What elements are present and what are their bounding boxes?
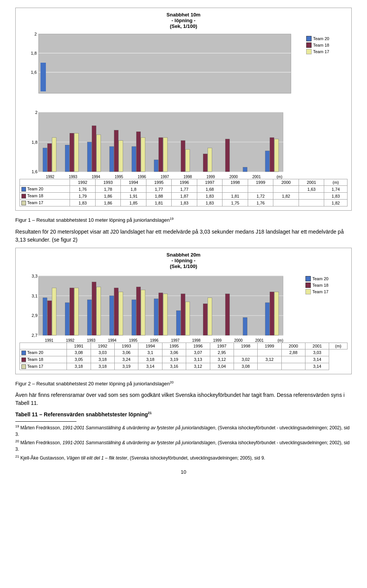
svg-rect-76 [208,297,212,335]
table-cell: 2,95 [210,349,234,356]
svg-rect-32 [52,138,56,172]
svg-rect-17 [110,146,114,172]
chart2-title: Snabbhet 20m - löpning - (Sek, 1/100) [19,252,348,269]
table-cell: 3,12 [210,356,234,363]
table-row: Team 171,831,861,851,811,831,831,751,761… [20,200,348,206]
chart1-svg: 2 1,8 1,6 [19,32,302,109]
table-cell: 3,06 [115,349,138,356]
svg-rect-72 [119,292,123,335]
svg-rect-56 [176,310,180,335]
table-cell: 3,12 [186,363,210,370]
table-cell [258,363,281,370]
table-cell: 1,83 [197,200,222,206]
table-cell [234,349,257,356]
team-name-cell: Team 17 [20,363,67,370]
chart1-data-table: 1992199319941995199619971998199920002001… [19,179,348,206]
svg-rect-65 [181,294,185,335]
table-cell: 3,12 [258,356,281,363]
table-cell [258,349,281,356]
table-cell: 3,04 [210,363,234,370]
svg-rect-15 [65,145,69,172]
svg-rect-64 [159,293,163,335]
table-cell: 1,86 [95,200,121,206]
legend-label-team17: Team 17 [313,49,329,54]
svg-rect-29 [203,154,207,172]
table-cell: 1,76 [248,200,273,206]
table-cell [299,200,324,206]
svg-text:1,8: 1,8 [32,140,37,145]
x-label: 1998 [186,338,207,343]
table-cell: 1,68 [197,186,222,193]
svg-rect-39 [208,148,212,172]
table-cell: 2,88 [281,349,305,356]
svg-rect-33 [74,133,78,172]
table-cell [273,186,299,193]
chart2-data-table: 1991199219931994199519961997199819992000… [19,343,348,370]
legend-item-team17: Team 17 [306,49,348,54]
legend2-color-team17 [305,289,311,294]
table-cell: 1,81 [146,200,172,206]
chart1-x-labels: 1992199319941995199619971998199920002001… [39,175,291,179]
svg-text:3,1: 3,1 [32,293,37,298]
table-cell: 3,07 [186,349,210,356]
svg-rect-52 [87,300,91,335]
svg-rect-61 [92,282,96,335]
table-cell: 1,74 [324,186,348,193]
svg-rect-58 [265,302,270,335]
svg-rect-67 [226,294,230,335]
table-cell [222,186,248,193]
table-row: Team 181,791,861,911,881,871,831,811,721… [20,193,348,200]
table-row: Team 183,053,183,243,183,193,133,123,023… [20,356,348,363]
table-col-header: 1995 [146,179,172,186]
chart2-area: 3,33,12,92,7 199119921993199419951996199… [19,272,348,343]
legend2-item-team20: Team 20 [305,276,348,281]
table-col-header: 1992 [91,343,114,349]
table-cell: 3,18 [67,363,91,370]
legend-label-team20: Team 20 [313,36,329,41]
table-col-header: 1998 [222,179,248,186]
svg-rect-0 [39,34,291,93]
x-label: 1999 [199,175,222,179]
x-label: 2000 [222,175,245,179]
chart2-table-header: 1991199219931994199519961997199819992000… [20,343,348,349]
svg-rect-53 [110,296,114,335]
table-cell: 3,18 [91,363,114,370]
x-label: 1995 [107,175,130,179]
svg-rect-30 [226,139,230,172]
x-label: 1993 [62,175,84,179]
table-cell: 1,82 [324,200,348,206]
svg-rect-68 [270,292,274,335]
x-label: (m) [268,175,291,179]
svg-rect-6 [41,63,46,91]
svg-rect-66 [203,304,207,335]
footnotes-container: 19 Mårten Fredriksson, 1991-2001 Sammans… [15,424,352,461]
svg-rect-74 [163,294,167,335]
table-cell: 1,85 [121,200,146,206]
svg-rect-14 [43,148,47,172]
body-text-1: Resultaten för 20 metersloppet visar att… [15,228,352,244]
svg-rect-50 [43,297,47,335]
table-cell [273,200,299,206]
table-cell: 3,08 [67,349,91,356]
table-cell: 1,78 [95,186,121,193]
svg-rect-19 [154,160,158,172]
table-cell: 3,19 [162,356,186,363]
table-cell: 1,76 [70,186,96,193]
table-col-header: 1996 [186,343,210,349]
legend-color-team18 [306,42,312,48]
table-cell: 3,05 [67,356,91,363]
chart2-table-body: Team 203,083,033,063,13,063,072,952,883,… [20,349,348,370]
svg-rect-54 [132,300,136,335]
table-col-header: 2000 [281,343,305,349]
table-cell: 1,83 [70,200,96,206]
figure2-caption: Figur 2 – Resultat snabbhetstest 20 mete… [15,380,352,387]
svg-text:3,3: 3,3 [32,274,37,278]
x-label: 1995 [123,338,144,343]
table-cell: 1,79 [70,193,96,200]
footnote-2: 20 Mårten Fredriksson, 1991-2001 Sammans… [15,439,352,453]
x-label: 1999 [207,338,228,343]
svg-rect-26 [136,132,141,172]
chart1-table-header: 1992199319941995199619971998199920002001… [20,179,348,186]
table-col-header: 1992 [70,179,96,186]
table-row: Team 201,761,781,81,771,771,681,631,74 [20,186,348,193]
